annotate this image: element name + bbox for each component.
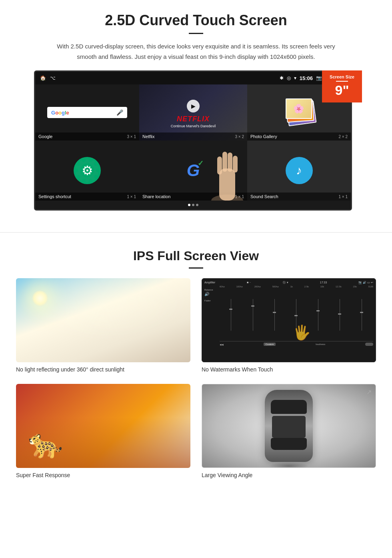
camera-icon: 📷 bbox=[316, 75, 322, 81]
section2-title: IPS Full Screen View bbox=[16, 249, 376, 263]
screen-size-badge: Screen Size 9" bbox=[322, 70, 362, 102]
feature-no-reflection: No light reflecting under 360° direct su… bbox=[16, 278, 190, 373]
app-grid-row1: Google 🎤 Google 3 × 1 ▶ NETFLIX bbox=[35, 84, 351, 141]
status-bar: 🏠 ⌥ ✱ ◎ ▾ 15:06 📷 🔊 ✕ ▭ bbox=[35, 72, 351, 84]
section1-divider bbox=[189, 33, 203, 34]
pagination bbox=[35, 201, 351, 209]
hand-overlay bbox=[207, 145, 247, 201]
amp-title: Amplifier bbox=[204, 281, 215, 284]
photo-card-front: 🌸 bbox=[286, 98, 312, 119]
netflix-logo: NETFLIX bbox=[171, 115, 216, 123]
google-logo: Google bbox=[51, 110, 69, 116]
netflix-subtitle: Continue Marvel's Daredevil bbox=[171, 124, 216, 128]
settings-label: Settings shortcut 1 × 1 bbox=[35, 193, 139, 201]
feature-image-car: ↗ bbox=[202, 384, 376, 468]
sound-search-icon: ♪ bbox=[286, 157, 313, 184]
dot-1[interactable] bbox=[188, 204, 190, 206]
feature-fast-response: 🐆 Super Fast Response bbox=[16, 384, 190, 478]
device-mockup: Screen Size 9" 🏠 ⌥ ✱ ◎ ▾ 15:06 📷 🔊 ✕ bbox=[34, 70, 358, 211]
amp-custom-btn[interactable]: Custom bbox=[264, 343, 276, 346]
share-location-cell[interactable]: G ✓ bbox=[139, 141, 247, 201]
car-roof bbox=[272, 416, 306, 438]
amp-screen: Amplifier ■ ·· ⚫ ▾ 17:33 📷 🔊 ▭ ↩ Balance… bbox=[202, 279, 376, 362]
mic-icon[interactable]: 🎤 bbox=[116, 109, 123, 116]
car-rear-window bbox=[271, 438, 307, 450]
section-ips: IPS Full Screen View No light reflecting… bbox=[0, 245, 392, 490]
flower-icon: 🌸 bbox=[293, 104, 304, 114]
feature-label-3: Super Fast Response bbox=[16, 472, 190, 478]
car-shadow bbox=[269, 462, 309, 468]
section-divider-hr bbox=[0, 232, 392, 233]
badge-size: 9" bbox=[335, 82, 349, 98]
dot-3[interactable] bbox=[196, 204, 198, 206]
netflix-app-cell[interactable]: ▶ NETFLIX Continue Marvel's Daredevil Ne… bbox=[139, 84, 247, 141]
amp-time: 17:33 bbox=[320, 281, 327, 284]
svg-rect-3 bbox=[222, 152, 227, 172]
netflix-content: ▶ NETFLIX Continue Marvel's Daredevil bbox=[171, 97, 216, 128]
gallery-label: Photo Gallery 2 × 2 bbox=[247, 132, 351, 141]
svg-rect-5 bbox=[233, 156, 238, 173]
svg-rect-4 bbox=[228, 153, 232, 172]
feature-label-4: Large Viewing Angle bbox=[202, 472, 376, 478]
home-icon[interactable]: 🏠 bbox=[40, 75, 46, 81]
corner-arrow-icon: ↗ bbox=[366, 388, 372, 396]
svg-rect-2 bbox=[217, 157, 222, 175]
section1-title: 2.5D Curved Touch Screen bbox=[24, 12, 368, 29]
bluetooth-icon: ✱ bbox=[280, 75, 284, 81]
car-windshield bbox=[271, 400, 307, 414]
usb-icon: ⌥ bbox=[50, 75, 56, 81]
section2-divider bbox=[189, 267, 203, 269]
car-top-view bbox=[265, 390, 313, 462]
sound-search-cell[interactable]: ♪ Sound Search 1 × 1 bbox=[247, 141, 351, 201]
svg-rect-6 bbox=[16, 278, 190, 362]
amp-loudness-label: loudness bbox=[316, 343, 325, 345]
dot-2[interactable] bbox=[192, 204, 194, 206]
google-app-cell[interactable]: Google 🎤 Google 3 × 1 bbox=[35, 84, 139, 141]
feature-viewing-angle: ↗ Large Viewing Angle bbox=[202, 384, 376, 478]
feature-grid: No light reflecting under 360° direct su… bbox=[16, 278, 376, 478]
amp-balance-label: Balance bbox=[204, 289, 218, 291]
badge-label: Screen Size bbox=[325, 74, 359, 79]
google-maps-logo: G ✓ bbox=[187, 161, 200, 180]
wifi-icon: ▾ bbox=[294, 75, 296, 81]
google-label: Google 3 × 1 bbox=[35, 132, 139, 141]
badge-divider bbox=[336, 81, 348, 82]
sound-label: Sound Search 1 × 1 bbox=[247, 193, 351, 201]
amp-fader-label: Fader bbox=[204, 299, 218, 302]
app-grid-row2: ⚙ ⚙ Settings shortcut 1 × 1 G ✓ bbox=[35, 141, 351, 201]
settings-bg-icons: ⚙ bbox=[35, 141, 139, 201]
feature-image-cheetah: 🐆 bbox=[16, 384, 190, 468]
android-screen: 🏠 ⌥ ✱ ◎ ▾ 15:06 📷 🔊 ✕ ▭ bbox=[34, 70, 352, 211]
section1-description: With 2.5D curved-display screen, this de… bbox=[56, 41, 336, 62]
section-curved-screen: 2.5D Curved Touch Screen With 2.5D curve… bbox=[0, 0, 392, 220]
car-body bbox=[265, 390, 313, 462]
google-search-bar[interactable]: Google 🎤 bbox=[47, 107, 127, 118]
status-time: 15:06 bbox=[300, 75, 313, 81]
settings-app-cell[interactable]: ⚙ ⚙ Settings shortcut 1 × 1 bbox=[35, 141, 139, 201]
play-button[interactable]: ▶ bbox=[187, 100, 200, 112]
amp-statusbar: Amplifier ■ ·· ⚫ ▾ 17:33 📷 🔊 ▭ ↩ bbox=[204, 281, 373, 284]
netflix-label: Netflix 3 × 2 bbox=[139, 132, 247, 141]
status-left-icons: 🏠 ⌥ bbox=[40, 75, 56, 81]
photo-stack: 🌸 bbox=[283, 96, 315, 128]
feature-label-2: No Watermarks When Touch bbox=[202, 366, 376, 373]
feature-image-amplifier: Amplifier ■ ·· ⚫ ▾ 17:33 📷 🔊 ▭ ↩ Balance… bbox=[202, 278, 376, 362]
feature-no-watermarks: Amplifier ■ ·· ⚫ ▾ 17:33 📷 🔊 ▭ ↩ Balance… bbox=[202, 278, 376, 373]
feature-label-1: No light reflecting under 360° direct su… bbox=[16, 366, 190, 373]
location-icon: ◎ bbox=[287, 75, 291, 81]
feature-image-sky bbox=[16, 278, 190, 362]
